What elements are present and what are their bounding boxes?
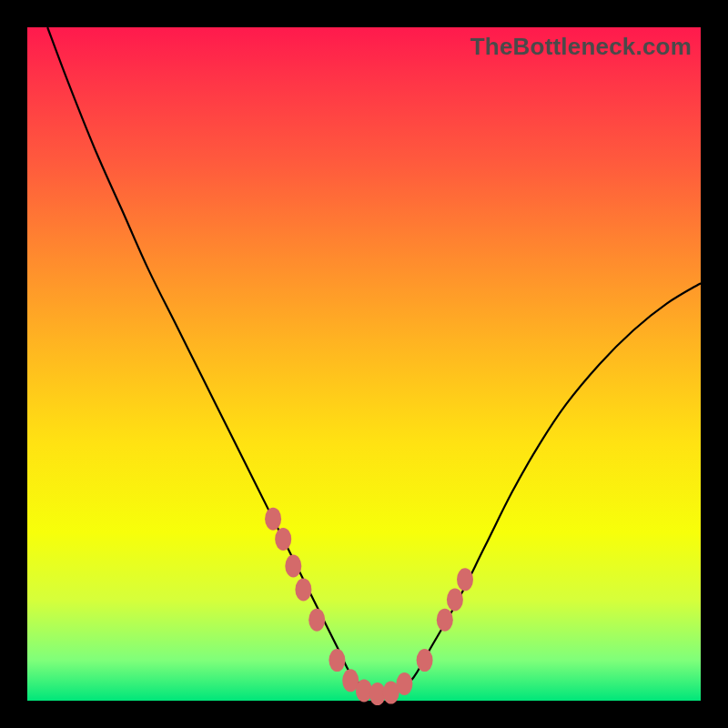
chart-marker [265,508,281,531]
chart-marker [369,682,386,705]
chart-marker [329,649,345,672]
chart-marker [417,649,433,672]
chart-marker [383,682,399,704]
chart-marker [295,578,311,601]
chart-marker [342,669,359,692]
chart-marker [457,568,473,591]
chart-marker [275,528,291,551]
chart-container: TheBottleneck.com [0,0,728,728]
chart-svg [27,27,701,701]
bottleneck-curve [47,27,701,695]
marker-group [265,508,473,705]
watermark-text: TheBottleneck.com [470,33,692,61]
chart-marker [356,679,372,702]
chart-marker [437,609,453,632]
chart-marker [308,609,325,632]
plot-area: TheBottleneck.com [27,27,701,701]
chart-marker [447,589,463,612]
chart-marker [285,555,301,578]
chart-marker [396,672,412,695]
